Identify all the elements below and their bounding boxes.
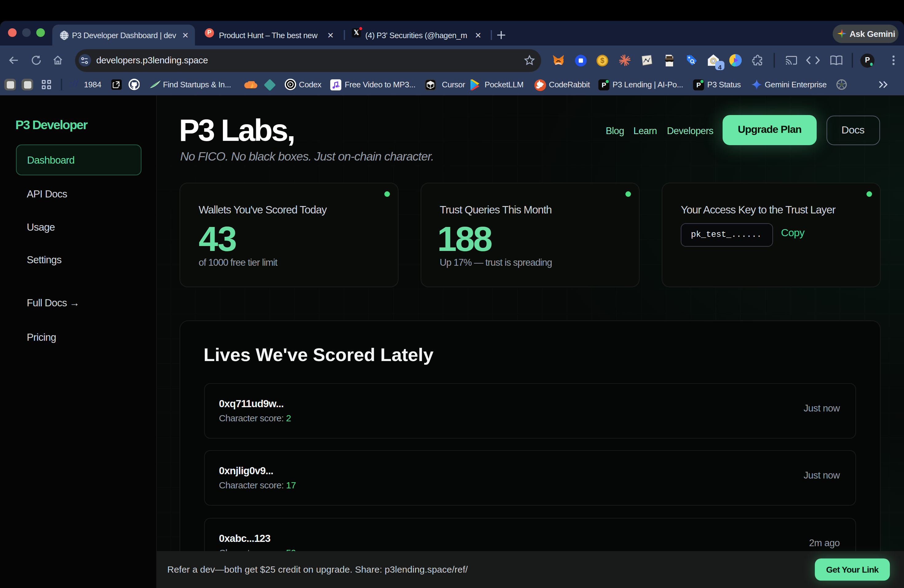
svg-text:$: $ [601, 56, 605, 64]
